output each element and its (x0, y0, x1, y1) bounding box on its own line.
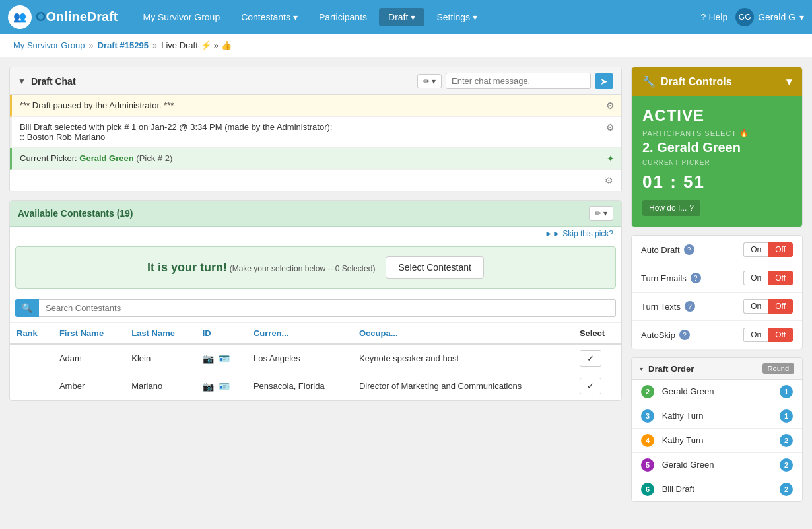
chat-message-text-selected: Bill Draft selected with pick # 1 on Jan… (20, 122, 606, 142)
turn-emails-toggle: On Off (743, 271, 793, 285)
nav-draft[interactable]: Draft ▾ (379, 8, 424, 26)
nav-participants[interactable]: Participants (310, 8, 376, 26)
brand[interactable]: 👥 OOnlineDraft (8, 5, 118, 29)
contestants-table: Rank First Name Last Name ID Curren... O… (10, 323, 621, 400)
picker-5-label: 6 Bill Draft (641, 483, 694, 496)
help-link[interactable]: ? Help (701, 12, 728, 22)
turn-texts-row: Turn Texts ? On Off (632, 293, 802, 321)
chat-toggle[interactable]: ▼ (18, 77, 26, 86)
id-card-icon-1[interactable]: 🪪 (219, 353, 230, 364)
right-column: 🔧 Draft Controls ▾ ACTIVE PARTICIPANTS S… (631, 67, 803, 502)
col-id[interactable]: ID (196, 323, 247, 344)
draft-order-row-3: 4 Kathy Turn 2 (632, 429, 802, 453)
user-menu[interactable]: GG Gerald G ▾ (735, 8, 804, 26)
chat-gear-1[interactable]: ⚙ (606, 100, 615, 111)
chat-gear-2[interactable]: ⚙ (606, 122, 615, 133)
avatar: GG (735, 8, 754, 26)
cell-last-1: Klein (125, 344, 195, 372)
picker-num-4: 5 (641, 458, 654, 472)
draft-controls-title: Draft Controls (661, 76, 732, 88)
chat-header-actions: ✏ ▾ ➤ (417, 73, 613, 89)
select-contestant-button[interactable]: Select Contestant (386, 256, 484, 279)
chat-extra-gear-row: ⚙ (10, 170, 621, 192)
round-num-1: 1 (780, 385, 793, 398)
turn-emails-help[interactable]: ? (691, 273, 701, 283)
nav-my-survivor-group[interactable]: My Survivor Group (133, 8, 229, 26)
draft-order-list: 2 Gerald Green 1 3 Kathy Turn 1 4 Kathy (632, 380, 802, 501)
cell-select-1: ✓ (573, 344, 621, 372)
table-row: Adam Klein 📷 🪪 Los Angeles Keynote speak… (10, 344, 621, 372)
col-first-name[interactable]: First Name (53, 323, 125, 344)
cell-current-2: Pensacola, Florida (247, 372, 353, 400)
select-btn-2[interactable]: ✓ (580, 378, 601, 394)
auto-draft-label: Auto Draft ? (641, 244, 694, 255)
status-active: ACTIVE (642, 106, 792, 125)
nav-settings[interactable]: Settings ▾ (427, 8, 487, 26)
col-last-name[interactable]: Last Name (125, 323, 195, 344)
chat-gear-3[interactable]: ✦ (607, 153, 615, 164)
col-select: Select (573, 323, 621, 344)
auto-draft-row: Auto Draft ? On Off (632, 236, 802, 264)
chat-pencil-btn[interactable]: ✏ ▾ (417, 74, 442, 88)
picker-name-4: Gerald Green (662, 460, 714, 470)
col-current[interactable]: Curren... (247, 323, 353, 344)
picker-num-5: 6 (641, 483, 654, 496)
brand-text: OOnlineDraft (36, 9, 118, 24)
pick-num: (Pick # 2) (136, 153, 172, 163)
breadcrumb-group[interactable]: My Survivor Group (13, 40, 85, 50)
chat-gear-4[interactable]: ⚙ (605, 175, 613, 186)
round-num-3: 2 (780, 434, 793, 447)
auto-draft-off[interactable]: Off (768, 242, 793, 257)
chat-input[interactable] (446, 73, 591, 89)
cell-rank-1 (10, 344, 53, 372)
how-do-i-button[interactable]: How do I... ? (642, 200, 700, 216)
select-btn-1[interactable]: ✓ (580, 350, 601, 367)
picker-name-2: Kathy Turn (662, 411, 704, 421)
auto-skip-off[interactable]: Off (768, 328, 793, 342)
turn-emails-off[interactable]: Off (768, 271, 793, 285)
turn-texts-help[interactable]: ? (685, 301, 695, 312)
chat-send-btn[interactable]: ➤ (595, 73, 613, 89)
picker-num-3: 4 (641, 434, 654, 447)
auto-draft-on[interactable]: On (743, 242, 768, 257)
breadcrumb-sep-3: » (214, 40, 219, 50)
search-input[interactable] (39, 299, 616, 317)
auto-draft-help[interactable]: ? (684, 244, 694, 255)
current-picker-name: Gerald Green (79, 153, 133, 163)
camera-icon-2[interactable]: 📷 (203, 381, 214, 392)
table-row: Amber Mariano 📷 🪪 Pensacola, Florida Dir… (10, 372, 621, 400)
turn-texts-off[interactable]: Off (768, 299, 793, 314)
status-current-picker-label: CURRENT PICKER (642, 159, 792, 166)
draft-controls-caret[interactable]: ▾ (786, 75, 792, 88)
auto-skip-on[interactable]: On (743, 328, 768, 342)
search-bar: 🔍 (10, 294, 621, 323)
auto-skip-help[interactable]: ? (679, 330, 690, 340)
draft-controls-header: 🔧 Draft Controls ▾ (632, 67, 802, 96)
breadcrumb-draft[interactable]: Draft #15295 (98, 40, 149, 50)
turn-emails-row: Turn Emails ? On Off (632, 264, 802, 293)
cell-id-1: 📷 🪪 (196, 344, 247, 372)
nav-contestants[interactable]: Contestants ▾ (232, 8, 307, 26)
skip-pick-link[interactable]: ►► Skip this pick? (10, 227, 621, 241)
chat-pencil-caret: ▾ (432, 77, 436, 86)
cell-first-2: Amber (53, 372, 125, 400)
status-timer: 01 : 51 (642, 172, 792, 192)
your-turn-text-group: It is your turn! (Make your selection be… (147, 261, 375, 275)
breadcrumb-current: Live Draft ⚡ » 👍 (161, 40, 232, 50)
your-turn-sub: (Make your selection below -- 0 Selected… (230, 264, 376, 273)
turn-emails-on[interactable]: On (743, 271, 768, 285)
contestants-pencil-icon: ✏ (595, 209, 601, 218)
id-card-icon-2[interactable]: 🪪 (219, 381, 230, 392)
turn-texts-on[interactable]: On (743, 299, 768, 314)
chat-message-current: Current Picker: Gerald Green (Pick # 2) … (10, 148, 621, 170)
col-rank[interactable]: Rank (10, 323, 53, 344)
contestants-panel-header: Available Contestants (19) ✏ ▾ (10, 201, 621, 227)
contestants-pencil-btn[interactable]: ✏ ▾ (589, 206, 613, 221)
breadcrumb: My Survivor Group » Draft #15295 » Live … (0, 34, 812, 57)
col-occupation[interactable]: Occupa... (353, 323, 573, 344)
pencil-icon: ✏ (423, 77, 430, 86)
contestants-pencil-caret: ▾ (603, 209, 607, 218)
draft-order-toggle[interactable]: ▾ (640, 365, 643, 372)
wrench-icon: 🔧 (642, 75, 656, 88)
camera-icon-1[interactable]: 📷 (203, 353, 214, 364)
